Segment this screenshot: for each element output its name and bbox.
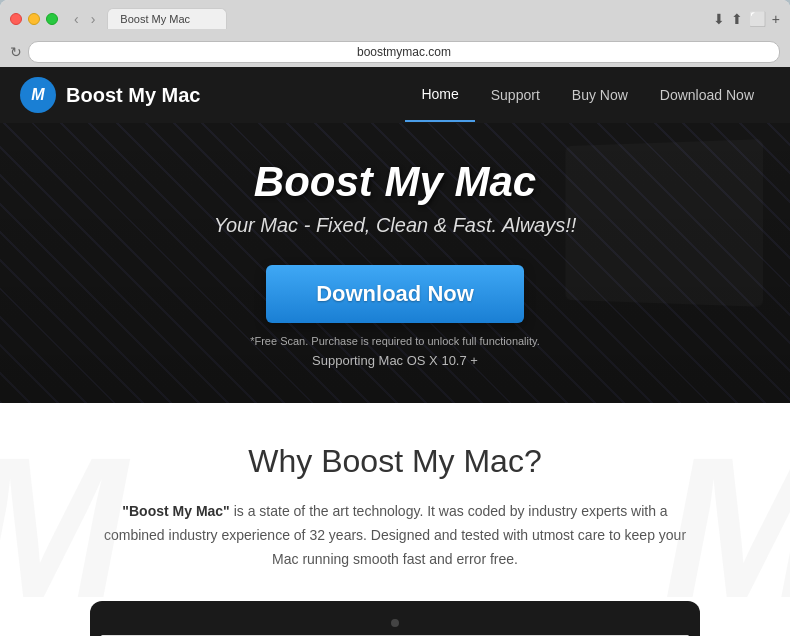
site-navbar: M Boost My Mac Home Support Buy Now Down… (0, 67, 790, 123)
screenshot-container: Finder File Edit View Go Window Help Sun… (90, 601, 700, 636)
hero-support-text: Supporting Mac OS X 10.7 + (214, 353, 577, 368)
close-button[interactable] (10, 13, 22, 25)
download-icon[interactable]: ⬇ (713, 11, 725, 27)
forward-button[interactable]: › (87, 9, 100, 29)
new-tab-icon[interactable]: + (772, 11, 780, 27)
minimize-button[interactable] (28, 13, 40, 25)
brand-logo-icon: M (20, 77, 56, 113)
hero-content: Boost My Mac Your Mac - Fixed, Clean & F… (214, 158, 577, 368)
website-content: M Boost My Mac Home Support Buy Now Down… (0, 67, 790, 636)
why-content: Why Boost My Mac? "Boost My Mac" is a st… (0, 403, 790, 636)
toolbar-icons: ⬇ ⬆ ⬜ + (713, 11, 780, 27)
why-title: Why Boost My Mac? (60, 443, 730, 480)
window-icon[interactable]: ⬜ (749, 11, 766, 27)
brand-name: Boost My Mac (66, 84, 200, 107)
hero-bg-decoration (566, 139, 763, 306)
svg-text:M: M (31, 86, 45, 103)
traffic-lights (10, 13, 58, 25)
hero-title: Boost My Mac (214, 158, 577, 206)
nav-home[interactable]: Home (405, 68, 474, 122)
brand: M Boost My Mac (20, 77, 200, 113)
why-description: "Boost My Mac" is a state of the art tec… (95, 500, 695, 571)
hero-section: Boost My Mac Your Mac - Fixed, Clean & F… (0, 123, 790, 403)
mac-camera (391, 619, 399, 627)
browser-tab[interactable]: Boost My Mac (107, 8, 227, 29)
titlebar: ‹ › Boost My Mac ⬇ ⬆ ⬜ + (0, 0, 790, 37)
fullscreen-button[interactable] (46, 13, 58, 25)
address-bar[interactable] (28, 41, 780, 63)
back-button[interactable]: ‹ (70, 9, 83, 29)
download-now-button[interactable]: Download Now (266, 265, 524, 323)
nav-buynow[interactable]: Buy Now (556, 69, 644, 121)
nav-buttons: ‹ › (70, 9, 99, 29)
why-section: M M Why Boost My Mac? "Boost My Mac" is … (0, 403, 790, 636)
site-nav-links: Home Support Buy Now Download Now (405, 68, 770, 122)
browser-chrome: ‹ › Boost My Mac ⬇ ⬆ ⬜ + ↻ (0, 0, 790, 67)
reload-button[interactable]: ↻ (10, 44, 22, 60)
hero-small-text: *Free Scan. Purchase is required to unlo… (214, 335, 577, 347)
nav-download[interactable]: Download Now (644, 69, 770, 121)
hero-subtitle: Your Mac - Fixed, Clean & Fast. Always!! (214, 214, 577, 237)
nav-support[interactable]: Support (475, 69, 556, 121)
share-icon[interactable]: ⬆ (731, 11, 743, 27)
address-bar-row: ↻ (0, 37, 790, 67)
why-desc-bold: "Boost My Mac" (122, 503, 229, 519)
tab-title: Boost My Mac (120, 13, 190, 25)
